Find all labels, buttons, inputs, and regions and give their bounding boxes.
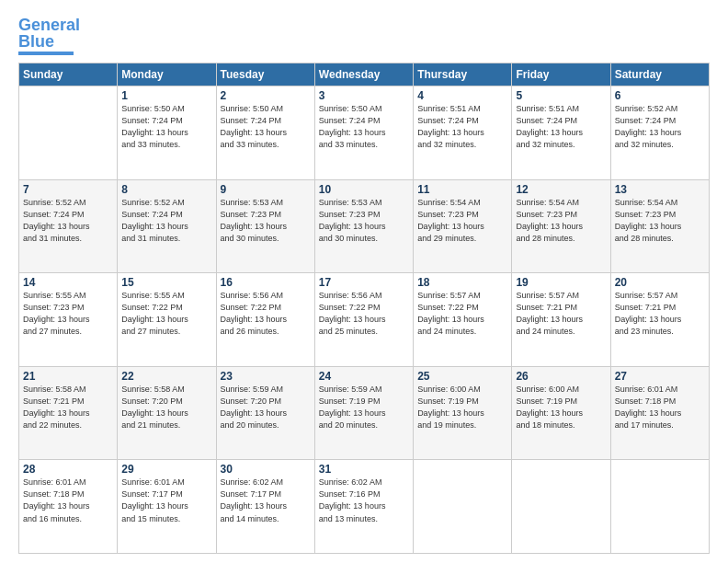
day-number: 12 [516, 183, 606, 196]
header: General Blue [18, 17, 710, 55]
day-number: 23 [221, 370, 311, 383]
calendar-cell: 26Sunrise: 6:00 AM Sunset: 7:19 PM Dayli… [512, 366, 610, 460]
day-number: 20 [615, 276, 705, 289]
day-info: Sunrise: 6:01 AM Sunset: 7:18 PM Dayligh… [615, 384, 705, 431]
day-info: Sunrise: 5:50 AM Sunset: 7:24 PM Dayligh… [221, 103, 311, 151]
calendar-cell: 28Sunrise: 6:01 AM Sunset: 7:18 PM Dayli… [19, 460, 118, 554]
calendar-cell: 11Sunrise: 5:54 AM Sunset: 7:23 PM Dayli… [414, 179, 512, 273]
day-number: 10 [319, 183, 409, 196]
calendar-cell: 10Sunrise: 5:53 AM Sunset: 7:23 PM Dayli… [314, 179, 413, 273]
logo-general: General [18, 16, 80, 34]
calendar-cell: 27Sunrise: 6:01 AM Sunset: 7:18 PM Dayli… [610, 366, 709, 460]
calendar-cell: 15Sunrise: 5:55 AM Sunset: 7:22 PM Dayli… [118, 273, 216, 367]
day-number: 27 [615, 370, 705, 383]
day-number: 14 [23, 276, 113, 289]
day-info: Sunrise: 5:52 AM Sunset: 7:24 PM Dayligh… [23, 197, 113, 245]
day-number: 26 [516, 370, 606, 383]
day-number: 18 [417, 276, 507, 289]
calendar-cell: 7Sunrise: 5:52 AM Sunset: 7:24 PM Daylig… [19, 179, 118, 273]
day-info: Sunrise: 6:02 AM Sunset: 7:16 PM Dayligh… [319, 477, 409, 524]
calendar-cell: 31Sunrise: 6:02 AM Sunset: 7:16 PM Dayli… [314, 460, 413, 554]
page: General Blue SundayMondayTuesdayWednesda… [0, 0, 728, 563]
calendar-week-5: 28Sunrise: 6:01 AM Sunset: 7:18 PM Dayli… [19, 460, 710, 554]
calendar-cell: 30Sunrise: 6:02 AM Sunset: 7:17 PM Dayli… [216, 460, 314, 554]
weekday-header-wednesday: Wednesday [314, 63, 413, 86]
calendar-cell [610, 460, 709, 554]
day-info: Sunrise: 5:55 AM Sunset: 7:23 PM Dayligh… [23, 290, 113, 338]
calendar-cell: 5Sunrise: 5:51 AM Sunset: 7:24 PM Daylig… [512, 86, 610, 180]
day-number: 19 [516, 276, 606, 289]
calendar-cell: 25Sunrise: 6:00 AM Sunset: 7:19 PM Dayli… [414, 366, 512, 460]
day-info: Sunrise: 6:00 AM Sunset: 7:19 PM Dayligh… [516, 384, 606, 431]
weekday-header-friday: Friday [512, 63, 610, 86]
calendar-week-4: 21Sunrise: 5:58 AM Sunset: 7:21 PM Dayli… [19, 366, 710, 460]
day-number: 1 [121, 89, 211, 102]
day-number: 28 [23, 463, 113, 476]
calendar-cell: 24Sunrise: 5:59 AM Sunset: 7:19 PM Dayli… [314, 366, 413, 460]
day-info: Sunrise: 5:52 AM Sunset: 7:24 PM Dayligh… [615, 103, 705, 151]
weekday-header-saturday: Saturday [610, 63, 709, 86]
day-number: 2 [221, 89, 311, 102]
day-info: Sunrise: 6:01 AM Sunset: 7:17 PM Dayligh… [121, 477, 211, 524]
day-number: 4 [417, 89, 507, 102]
calendar-cell: 22Sunrise: 5:58 AM Sunset: 7:20 PM Dayli… [118, 366, 216, 460]
calendar-table: SundayMondayTuesdayWednesdayThursdayFrid… [18, 63, 710, 554]
day-number: 11 [417, 183, 507, 196]
calendar-week-2: 7Sunrise: 5:52 AM Sunset: 7:24 PM Daylig… [19, 179, 710, 273]
logo-bar [18, 52, 74, 55]
logo-text: General Blue [18, 17, 80, 50]
day-info: Sunrise: 5:54 AM Sunset: 7:23 PM Dayligh… [615, 197, 705, 245]
calendar-cell: 21Sunrise: 5:58 AM Sunset: 7:21 PM Dayli… [19, 366, 118, 460]
calendar-cell: 23Sunrise: 5:59 AM Sunset: 7:20 PM Dayli… [216, 366, 314, 460]
day-info: Sunrise: 6:01 AM Sunset: 7:18 PM Dayligh… [23, 477, 113, 524]
weekday-header-tuesday: Tuesday [216, 63, 314, 86]
day-info: Sunrise: 5:57 AM Sunset: 7:21 PM Dayligh… [516, 290, 606, 338]
day-number: 13 [615, 183, 705, 196]
day-info: Sunrise: 5:54 AM Sunset: 7:23 PM Dayligh… [516, 197, 606, 245]
calendar-cell: 8Sunrise: 5:52 AM Sunset: 7:24 PM Daylig… [118, 179, 216, 273]
calendar-cell [19, 86, 118, 180]
day-number: 9 [221, 183, 311, 196]
day-number: 3 [319, 89, 409, 102]
calendar-cell [414, 460, 512, 554]
weekday-header-monday: Monday [118, 63, 216, 86]
day-info: Sunrise: 5:53 AM Sunset: 7:23 PM Dayligh… [319, 197, 409, 245]
day-info: Sunrise: 5:53 AM Sunset: 7:23 PM Dayligh… [221, 197, 311, 245]
day-number: 22 [121, 370, 211, 383]
calendar-cell: 17Sunrise: 5:56 AM Sunset: 7:22 PM Dayli… [314, 273, 413, 367]
logo-blue: Blue [18, 32, 54, 51]
day-number: 5 [516, 89, 606, 102]
day-info: Sunrise: 5:58 AM Sunset: 7:20 PM Dayligh… [121, 384, 211, 431]
day-info: Sunrise: 5:58 AM Sunset: 7:21 PM Dayligh… [23, 384, 113, 431]
day-info: Sunrise: 6:00 AM Sunset: 7:19 PM Dayligh… [417, 384, 507, 431]
day-info: Sunrise: 5:56 AM Sunset: 7:22 PM Dayligh… [221, 290, 311, 338]
day-info: Sunrise: 5:52 AM Sunset: 7:24 PM Dayligh… [121, 197, 211, 245]
calendar-cell: 20Sunrise: 5:57 AM Sunset: 7:21 PM Dayli… [610, 273, 709, 367]
day-number: 24 [319, 370, 409, 383]
day-number: 29 [121, 463, 211, 476]
day-info: Sunrise: 5:57 AM Sunset: 7:21 PM Dayligh… [615, 290, 705, 338]
day-number: 16 [221, 276, 311, 289]
weekday-header-sunday: Sunday [19, 63, 118, 86]
logo: General Blue [18, 17, 80, 55]
calendar-cell: 16Sunrise: 5:56 AM Sunset: 7:22 PM Dayli… [216, 273, 314, 367]
calendar-cell: 12Sunrise: 5:54 AM Sunset: 7:23 PM Dayli… [512, 179, 610, 273]
day-info: Sunrise: 5:59 AM Sunset: 7:19 PM Dayligh… [319, 384, 409, 431]
calendar-cell: 19Sunrise: 5:57 AM Sunset: 7:21 PM Dayli… [512, 273, 610, 367]
day-number: 30 [221, 463, 311, 476]
calendar-cell: 2Sunrise: 5:50 AM Sunset: 7:24 PM Daylig… [216, 86, 314, 180]
day-info: Sunrise: 5:59 AM Sunset: 7:20 PM Dayligh… [221, 384, 311, 431]
day-number: 17 [319, 276, 409, 289]
day-number: 21 [23, 370, 113, 383]
calendar-cell: 14Sunrise: 5:55 AM Sunset: 7:23 PM Dayli… [19, 273, 118, 367]
day-number: 6 [615, 89, 705, 102]
day-info: Sunrise: 5:54 AM Sunset: 7:23 PM Dayligh… [417, 197, 507, 245]
calendar-week-1: 1Sunrise: 5:50 AM Sunset: 7:24 PM Daylig… [19, 86, 710, 180]
day-number: 15 [121, 276, 211, 289]
day-info: Sunrise: 5:51 AM Sunset: 7:24 PM Dayligh… [516, 103, 606, 151]
calendar-cell: 3Sunrise: 5:50 AM Sunset: 7:24 PM Daylig… [314, 86, 413, 180]
day-info: Sunrise: 6:02 AM Sunset: 7:17 PM Dayligh… [221, 477, 311, 524]
day-info: Sunrise: 5:50 AM Sunset: 7:24 PM Dayligh… [121, 103, 211, 151]
day-info: Sunrise: 5:50 AM Sunset: 7:24 PM Dayligh… [319, 103, 409, 151]
day-number: 31 [319, 463, 409, 476]
